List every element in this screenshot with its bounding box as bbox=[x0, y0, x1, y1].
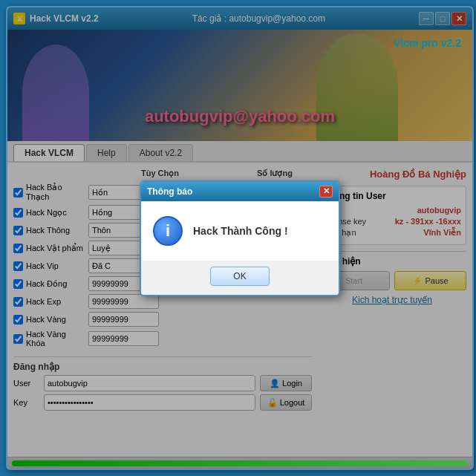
modal-title: Thông báo bbox=[147, 186, 192, 197]
modal-content: i Hack Thành Công ! bbox=[141, 201, 339, 261]
info-symbol: i bbox=[166, 221, 170, 241]
modal-message: Hack Thành Công ! bbox=[193, 225, 288, 237]
modal-box: Thông báo ✕ i Hack Thành Công ! OK bbox=[140, 180, 340, 296]
modal-titlebar: Thông báo ✕ bbox=[141, 182, 339, 201]
modal-close-button[interactable]: ✕ bbox=[319, 186, 333, 198]
modal-info-icon: i bbox=[153, 216, 183, 246]
modal-overlay: Thông báo ✕ i Hack Thành Công ! OK bbox=[7, 7, 472, 469]
modal-ok-button[interactable]: OK bbox=[210, 267, 270, 286]
main-window: ⚔ Hack VLCM v2.2 Tác giả : autobugvip@ya… bbox=[6, 6, 474, 470]
modal-footer: OK bbox=[141, 261, 339, 295]
